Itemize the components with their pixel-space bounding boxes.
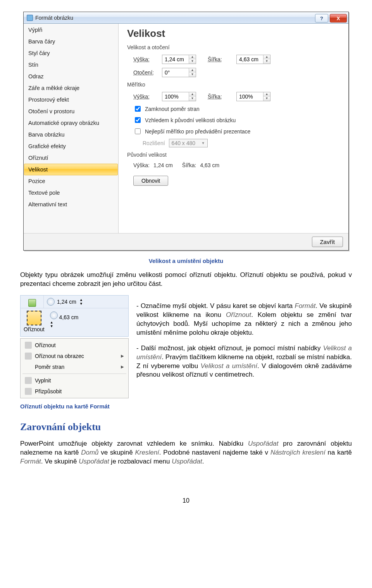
figure-caption-1: Velikost a umístění objektu — [20, 258, 352, 264]
panel-heading: Velikost — [127, 28, 340, 40]
nav-item[interactable]: Grafické efekty — [24, 140, 118, 152]
lock-aspect-row[interactable]: Zamknout poměr stran — [133, 105, 340, 113]
nav-item[interactable]: Alternativní text — [24, 199, 118, 210]
height-spinner[interactable]: ▲▼ — [162, 55, 196, 64]
height-input[interactable] — [162, 55, 189, 63]
nav-item[interactable]: Výplň — [24, 24, 118, 36]
scale-height-spinner[interactable]: ▲▼ — [162, 92, 196, 101]
nav-item[interactable]: Otočení v prostoru — [24, 105, 118, 117]
chevron-down-icon: ▼ — [202, 141, 205, 145]
spin-up-icon[interactable]: ▲ — [264, 92, 270, 97]
height-icon — [47, 298, 55, 306]
width-label: Šířka: — [208, 56, 232, 62]
width-icon — [50, 311, 58, 319]
nav-item[interactable]: Odraz — [24, 71, 118, 82]
figure-caption-2: Oříznutí objektu na kartě Formát — [20, 403, 129, 410]
nav-item[interactable]: Styl čáry — [24, 47, 118, 59]
close-button[interactable]: X — [330, 14, 347, 22]
best-scale-label: Nejlepší měřítko pro předvádění prezenta… — [145, 128, 250, 135]
page-number: 10 — [20, 497, 352, 504]
ribbon-snippet: 1,24 cm ▲▼ Oříznout 4,63 cm — [20, 295, 129, 337]
group-size-rotate: Velikost a otočení — [127, 44, 340, 50]
spin-up-icon[interactable]: ▲ — [189, 92, 196, 97]
nav-item[interactable]: Záře a měkké okraje — [24, 82, 118, 94]
nav-item[interactable]: Automatické opravy obrázku — [24, 117, 118, 129]
crop-menu: Oříznout Oříznout na obrazec▶ Poměr stra… — [20, 338, 129, 398]
help-button[interactable]: ? — [315, 14, 328, 22]
app-icon — [27, 15, 33, 21]
format-picture-dialog: Formát obrázku ? X VýplňBarva čáryStyl č… — [23, 12, 349, 251]
nav-item[interactable]: Prostorový efekt — [24, 94, 118, 105]
lock-aspect-label: Zamknout poměr stran — [145, 106, 200, 112]
picture-icon — [28, 299, 36, 307]
scale-width-label: Šířka: — [208, 93, 232, 100]
orig-height-label: Výška: — [133, 162, 150, 168]
width-spinner[interactable]: ▲▼ — [236, 55, 270, 64]
spin-up-icon[interactable]: ▲ — [50, 320, 124, 324]
orig-width-label: Šířka: — [182, 162, 196, 168]
spin-down-icon[interactable]: ▼ — [264, 97, 270, 101]
group-scale: Měřítko — [127, 81, 340, 88]
dialog-close-button[interactable]: Zavřít — [312, 237, 343, 247]
orig-height-value: 1,24 cm — [153, 162, 173, 168]
rotation-label: Otočení: — [133, 69, 158, 76]
spin-down-icon[interactable]: ▼ — [50, 324, 124, 328]
group-original: Původní velikost — [127, 152, 340, 158]
menu-item-aspect-ratio[interactable]: Poměr stran▶ — [22, 361, 127, 372]
dialog-panel: Velikost Velikost a otočení Výška: ▲▼ Ší… — [119, 24, 348, 233]
fit-icon — [25, 388, 32, 395]
menu-item-crop[interactable]: Oříznout — [22, 340, 127, 351]
crop-icon[interactable] — [27, 311, 41, 325]
scale-width-spinner[interactable]: ▲▼ — [236, 92, 270, 101]
crop-label: Oříznout — [24, 326, 45, 332]
spin-up-icon[interactable]: ▲ — [189, 55, 196, 59]
spin-down-icon[interactable]: ▼ — [189, 73, 196, 77]
nav-item[interactable]: Textové pole — [24, 187, 118, 199]
section-heading-zarovnani: Zarovnání objektu — [20, 421, 352, 433]
scale-width-input[interactable] — [237, 93, 263, 100]
nav-item[interactable]: Velikost — [24, 164, 118, 175]
best-scale-row[interactable]: Nejlepší měřítko pro předvádění prezenta… — [133, 127, 340, 135]
paragraph-2: - Označíme myší objekt. V pásu karet se … — [136, 302, 352, 337]
menu-item-fill[interactable]: Vyplnit — [22, 375, 127, 386]
nav-item[interactable]: Barva obrázku — [24, 129, 118, 140]
nav-item[interactable]: Oříznutí — [24, 152, 118, 164]
dialog-title: Formát obrázku — [35, 15, 315, 21]
spin-up-icon[interactable]: ▲ — [189, 68, 196, 73]
ribbon-width: 4,63 cm — [59, 314, 79, 320]
dialog-titlebar: Formát obrázku ? X — [24, 12, 348, 24]
spin-down-icon[interactable]: ▼ — [79, 302, 83, 306]
nav-item[interactable]: Barva čáry — [24, 36, 118, 47]
rotation-spinner[interactable]: ▲▼ — [162, 68, 196, 77]
shape-icon — [25, 353, 32, 360]
paragraph-3: - Další možnost, jak objekt oříznout, je… — [136, 344, 352, 380]
reset-button[interactable]: Obnovit — [133, 176, 168, 186]
spin-down-icon[interactable]: ▼ — [189, 59, 196, 64]
spin-up-icon[interactable]: ▲ — [79, 298, 83, 302]
menu-item-crop-to-shape[interactable]: Oříznout na obrazec▶ — [22, 351, 127, 361]
dialog-nav: VýplňBarva čáryStyl čáryStínOdrazZáře a … — [24, 24, 119, 233]
height-label: Výška: — [133, 56, 158, 62]
relative-original-checkbox[interactable] — [135, 117, 141, 123]
scale-height-label: Výška: — [133, 93, 158, 100]
relative-original-row[interactable]: Vzhledem k původní velikosti obrázku — [133, 116, 340, 124]
resolution-label: Rozlišení — [143, 140, 165, 146]
width-input[interactable] — [237, 55, 263, 63]
scale-height-input[interactable] — [162, 93, 189, 100]
spin-down-icon[interactable]: ▼ — [264, 59, 270, 64]
lock-aspect-checkbox[interactable] — [135, 106, 141, 112]
crop-icon — [25, 342, 32, 349]
spin-down-icon[interactable]: ▼ — [189, 97, 196, 101]
resolution-select: 640 x 480 ▼ — [169, 139, 208, 147]
rotation-input[interactable] — [162, 69, 189, 76]
orig-width-value: 4,63 cm — [200, 162, 219, 168]
spin-up-icon[interactable]: ▲ — [264, 55, 270, 59]
best-scale-checkbox[interactable] — [135, 128, 141, 134]
paragraph-1: Objekty typu obrázek umožňují změnu veli… — [20, 271, 352, 289]
chevron-right-icon: ▶ — [121, 354, 124, 358]
nav-item[interactable]: Pozice — [24, 175, 118, 187]
relative-original-label: Vzhledem k původní velikosti obrázku — [145, 117, 236, 123]
nav-item[interactable]: Stín — [24, 59, 118, 71]
paragraph-4: PowerPoint umožňuje objekty zarovnat vzh… — [20, 439, 352, 466]
menu-item-fit[interactable]: Přizpůsobit — [22, 386, 127, 397]
